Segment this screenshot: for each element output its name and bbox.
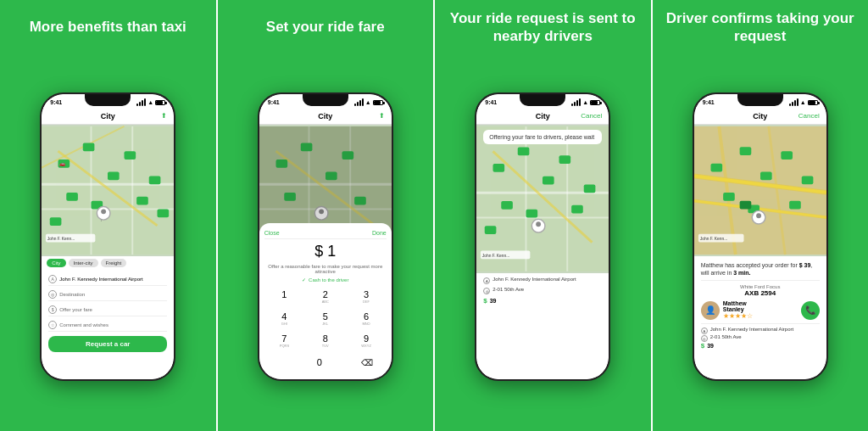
request-car-button[interactable]: Request a car bbox=[48, 336, 167, 352]
svg-rect-40 bbox=[476, 126, 609, 271]
signal-4-2 bbox=[792, 102, 793, 106]
status-right-4: ▲ bbox=[789, 98, 818, 106]
signal-4-4 bbox=[797, 98, 798, 106]
addr-text-to-3: 2-01 50th Ave bbox=[492, 287, 524, 292]
phone-3: 9:41 ▲ City Cancel bbox=[475, 92, 610, 381]
svg-rect-67 bbox=[710, 164, 722, 172]
phone-1: 9:41 ▲ City ⬆ bbox=[40, 92, 175, 381]
status-right-3: ▲ bbox=[571, 98, 600, 106]
car-details: White Ford Focus AXB 2594 bbox=[701, 280, 820, 297]
svg-rect-10 bbox=[108, 172, 120, 181]
phone-4: 9:41 ▲ City Cancel bbox=[693, 92, 828, 381]
key-1[interactable]: 1 bbox=[264, 286, 304, 307]
share-icon-2[interactable]: ⬆ bbox=[379, 112, 385, 120]
nav-title-2: City bbox=[318, 112, 332, 120]
svg-rect-9 bbox=[83, 143, 95, 151]
form-row-dest[interactable]: ◎ Destination bbox=[48, 288, 167, 301]
addr-from-4: A John F. Kennedy International Airport bbox=[701, 327, 820, 334]
map-svg-3: John F. Kenn... bbox=[476, 125, 609, 273]
price-row-4: $ 39 bbox=[701, 342, 820, 350]
nav-bar-2: City ⬆ bbox=[259, 108, 392, 125]
cash-label: Cash to the driver bbox=[309, 277, 348, 283]
panel-3-title: Your ride request is sent to nearby driv… bbox=[442, 8, 644, 46]
phone-3-screen: 9:41 ▲ City Cancel bbox=[476, 94, 609, 379]
keypad-cash-option: ✓ Cash to the driver bbox=[264, 277, 387, 283]
form-text-dest: Destination bbox=[59, 292, 85, 297]
svg-point-76 bbox=[756, 213, 761, 218]
signal-2 bbox=[139, 102, 141, 106]
svg-rect-12 bbox=[149, 176, 161, 184]
signal-3-1 bbox=[571, 104, 573, 106]
svg-rect-70 bbox=[781, 151, 793, 160]
phone-2-notch bbox=[303, 94, 348, 106]
cancel-button-4[interactable]: Cancel bbox=[798, 112, 820, 120]
battery-icon-2 bbox=[373, 100, 383, 105]
signal-2-2 bbox=[357, 102, 359, 106]
key-3[interactable]: 3DEF bbox=[346, 286, 386, 307]
price-icon-3: $ bbox=[483, 297, 487, 305]
nav-title-1: City bbox=[101, 112, 115, 120]
addr-icon-from-4: A bbox=[701, 327, 708, 334]
key-9[interactable]: 9WXYZ bbox=[346, 330, 386, 351]
panel-4-title: Driver confirms taking your request bbox=[659, 8, 862, 46]
map-1: 🚗 ↓ bbox=[42, 125, 174, 256]
call-button[interactable]: 📞 bbox=[801, 301, 820, 320]
form-row-fare[interactable]: $ Offer your fare bbox=[48, 304, 167, 316]
svg-text:John F. Kenn...: John F. Kenn... bbox=[482, 254, 509, 258]
map-svg-4: John F. Kenn... bbox=[694, 125, 826, 256]
phone-4-wrap: 9:41 ▲ City Cancel bbox=[659, 51, 862, 423]
driver-info: MatthewStanley ★★★★☆ bbox=[723, 300, 753, 320]
svg-text:John F. Kenn...: John F. Kenn... bbox=[47, 237, 75, 241]
waiting-banner: Offering your fare to drivers, please wa… bbox=[483, 130, 602, 144]
panel-1-title: More benefits than taxi bbox=[30, 8, 186, 46]
signal-3-2 bbox=[574, 102, 576, 106]
nav-bar-4: City Cancel bbox=[694, 108, 826, 125]
signal-3-3 bbox=[576, 100, 578, 106]
keypad-close-button[interactable]: Close bbox=[264, 230, 280, 236]
nav-title-4: City bbox=[753, 112, 767, 120]
signal-4 bbox=[144, 98, 146, 106]
keypad-done-button[interactable]: Done bbox=[372, 230, 387, 236]
key-2[interactable]: 2ABC bbox=[305, 286, 345, 307]
addr-text-to-4: 2-01 50th Ave bbox=[710, 334, 742, 339]
panel-3: Your ride request is sent to nearby driv… bbox=[435, 0, 651, 431]
panel-2-title: Set your ride fare bbox=[266, 8, 385, 46]
wifi-icon-3: ▲ bbox=[582, 99, 588, 105]
tabs-1: City Inter-city Freight bbox=[42, 256, 174, 270]
key-0[interactable]: 0 bbox=[317, 354, 322, 371]
waiting-text: Offering your fare to drivers, please wa… bbox=[489, 134, 596, 140]
nav-title-3: City bbox=[536, 112, 550, 120]
key-5[interactable]: 5JKL bbox=[305, 308, 345, 329]
status-right-2: ▲ bbox=[354, 98, 383, 106]
nav-bar-3: City Cancel bbox=[476, 108, 609, 125]
signal-4-1 bbox=[789, 104, 791, 106]
addr-to-4: ◎ 2-01 50th Ave bbox=[701, 334, 820, 342]
keypad-overlay: Close Done $ 1 Offer a reasonable fare t… bbox=[259, 223, 392, 379]
phone-3-wrap: 9:41 ▲ City Cancel bbox=[442, 51, 644, 423]
svg-rect-16 bbox=[158, 209, 170, 217]
key-7[interactable]: 7PQRS bbox=[264, 330, 304, 351]
form-icon-from: A bbox=[48, 275, 57, 283]
phone-2-screen: 9:41 ▲ City ⬆ bbox=[259, 94, 392, 379]
tab-intercity-1[interactable]: Inter-city bbox=[69, 259, 98, 267]
form-text-comment: Comment and wishes bbox=[59, 322, 108, 327]
key-4[interactable]: 4GHI bbox=[264, 308, 304, 329]
form-row-comment[interactable]: ☆ Comment and wishes bbox=[48, 319, 167, 332]
cancel-button-3[interactable]: Cancel bbox=[581, 112, 602, 120]
svg-rect-68 bbox=[739, 147, 751, 155]
svg-rect-53 bbox=[571, 205, 583, 214]
svg-rect-74 bbox=[789, 201, 801, 210]
share-icon-1[interactable]: ⬆ bbox=[161, 112, 167, 120]
svg-rect-77 bbox=[739, 201, 751, 210]
key-8[interactable]: 8TUV bbox=[305, 330, 345, 351]
form-1: A John F. Kennedy International Airport … bbox=[42, 270, 174, 379]
key-backspace[interactable]: ⌫ bbox=[361, 358, 373, 367]
license-plate: AXB 2594 bbox=[701, 289, 820, 297]
tab-freight-1[interactable]: Freight bbox=[101, 259, 127, 267]
tab-city-1[interactable]: City bbox=[47, 259, 65, 267]
svg-rect-71 bbox=[802, 176, 814, 184]
phone-4-screen: 9:41 ▲ City Cancel bbox=[694, 94, 826, 379]
signal-3 bbox=[142, 100, 143, 106]
svg-rect-48 bbox=[542, 176, 554, 185]
key-6[interactable]: 6MNO bbox=[346, 308, 386, 329]
